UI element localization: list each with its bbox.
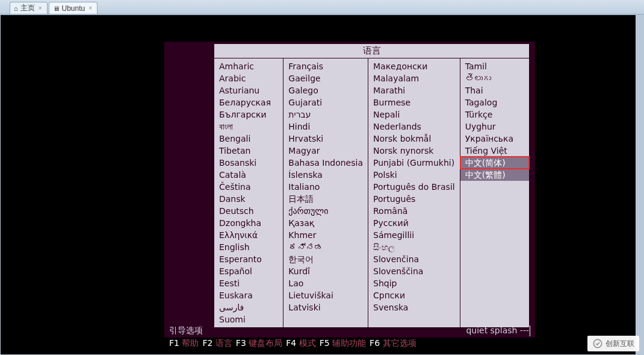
language-option[interactable]: Қазақ	[283, 217, 368, 229]
language-option[interactable]: 한국어	[283, 253, 368, 265]
boot-options-value[interactable]: quiet splash ---	[466, 325, 530, 336]
language-option[interactable]: Hindi	[283, 121, 368, 133]
language-option[interactable]: Bengali	[214, 133, 283, 145]
fkey-key: F3	[236, 338, 246, 348]
language-option[interactable]: Magyar	[283, 145, 368, 157]
language-option[interactable]: Amharic	[214, 60, 283, 72]
tab-label: Ubuntu	[62, 4, 85, 13]
language-option[interactable]: Eesti	[214, 277, 283, 289]
language-option[interactable]: Tamil	[460, 60, 529, 72]
language-option[interactable]: Malayalam	[368, 72, 460, 84]
language-option[interactable]: Uyghur	[460, 121, 529, 133]
language-option[interactable]: Slovenščina	[368, 265, 460, 277]
fkey-f2[interactable]: F2 语言	[202, 338, 232, 349]
language-option[interactable]: Lao	[283, 277, 368, 289]
close-icon[interactable]: ×	[37, 5, 43, 11]
language-option[interactable]: فارسی	[214, 301, 283, 313]
language-option[interactable]: ಕನ್ನಡ	[283, 241, 368, 253]
language-option[interactable]: עברית	[283, 108, 368, 121]
language-option[interactable]: Asturianu	[214, 84, 283, 96]
language-option[interactable]: 中文(简体)	[460, 157, 529, 169]
language-option[interactable]: Türkçe	[460, 108, 529, 121]
language-option[interactable]: Suomi	[214, 313, 283, 325]
fkey-label: 模式	[296, 338, 315, 348]
language-option[interactable]: Svenska	[368, 301, 460, 313]
language-option[interactable]: Tibetan	[214, 145, 283, 157]
language-option[interactable]: Português do Brasil	[368, 181, 460, 193]
language-option[interactable]: Bahasa Indonesia	[283, 157, 368, 169]
language-option[interactable]: Беларуская	[214, 96, 283, 108]
language-option[interactable]: Punjabi (Gurmukhi)	[368, 157, 460, 169]
language-option[interactable]: Hrvatski	[283, 133, 368, 145]
language-option[interactable]: Bosanski	[214, 157, 283, 169]
language-option[interactable]: Català	[214, 169, 283, 181]
language-column: МакедонскиMalayalamMarathiBurmeseNepaliN…	[368, 58, 460, 327]
language-option[interactable]: Burmese	[368, 96, 460, 108]
language-option[interactable]: 中文(繁體)	[460, 169, 529, 181]
language-option[interactable]: Русский	[368, 217, 460, 229]
language-option[interactable]: Khmer	[283, 229, 368, 241]
close-icon[interactable]: ×	[87, 5, 93, 11]
language-column: TamilతెలుగుThaiTagalogTürkçeUyghurУкраїн…	[460, 58, 529, 327]
language-option[interactable]: Norsk bokmål	[368, 133, 460, 145]
language-option[interactable]: Ελληνικά	[214, 229, 283, 241]
language-option[interactable]: Shqip	[368, 277, 460, 289]
language-option[interactable]: తెలుగు	[460, 72, 529, 84]
fkey-key: F6	[370, 338, 380, 348]
language-option[interactable]: Deutsch	[214, 205, 283, 217]
fkey-f4[interactable]: F4 模式	[286, 338, 315, 349]
language-option[interactable]: Marathi	[368, 84, 460, 96]
language-option[interactable]: Nederlands	[368, 121, 460, 133]
installer-screen: 语言 AmharicArabicAsturianuБеларускаяБълга…	[164, 42, 535, 350]
language-option[interactable]: Sámegillii	[368, 229, 460, 241]
language-option[interactable]: Dansk	[214, 193, 283, 205]
fkey-key: F1	[169, 338, 179, 348]
language-option[interactable]: Čeština	[214, 181, 283, 193]
language-option[interactable]: English	[214, 241, 283, 253]
language-option[interactable]: Euskara	[214, 289, 283, 301]
fkey-f5[interactable]: F5 辅助功能	[320, 338, 366, 349]
language-option[interactable]: ქართული	[283, 205, 368, 217]
language-option[interactable]: Latviski	[283, 301, 368, 313]
tab-label: 主页	[20, 3, 35, 13]
fkey-f1[interactable]: F1 帮助	[169, 338, 199, 349]
language-option[interactable]: বাংলা	[214, 121, 283, 133]
fkey-label: 帮助	[179, 338, 199, 348]
language-option[interactable]: Dzongkha	[214, 217, 283, 229]
home-icon: ⌂	[14, 5, 18, 12]
language-option[interactable]: Polski	[368, 169, 460, 181]
watermark-text: 创新互联	[605, 339, 634, 349]
language-dialog: 语言 AmharicArabicAsturianuБеларускаяБълга…	[214, 43, 530, 328]
language-option[interactable]: Български	[214, 108, 283, 121]
tab-home[interactable]: ⌂ 主页 ×	[10, 2, 48, 14]
language-option[interactable]: Tagalog	[460, 96, 529, 108]
fkey-label: 键盘布局	[246, 338, 282, 348]
language-option[interactable]: Tiếng Việt	[460, 145, 529, 157]
language-option[interactable]: Gaeilge	[283, 72, 368, 84]
language-option[interactable]: Nepali	[368, 108, 460, 121]
language-option[interactable]: Gujarati	[283, 96, 368, 108]
language-option[interactable]: Thai	[460, 84, 529, 96]
language-option[interactable]: Українська	[460, 133, 529, 145]
language-option[interactable]: Slovenčina	[368, 253, 460, 265]
tab-ubuntu[interactable]: 🖥 Ubuntu ×	[49, 2, 98, 14]
fkey-f3[interactable]: F3 键盘布局	[236, 338, 282, 349]
language-option[interactable]: Kurdî	[283, 265, 368, 277]
language-option[interactable]: Српски	[368, 289, 460, 301]
language-option[interactable]: Español	[214, 265, 283, 277]
language-option[interactable]: සිංහල	[368, 241, 460, 253]
language-option[interactable]: Română	[368, 205, 460, 217]
language-option[interactable]: Português	[368, 193, 460, 205]
language-option[interactable]: Lietuviškai	[283, 289, 368, 301]
language-option[interactable]: Esperanto	[214, 253, 283, 265]
language-option[interactable]: Íslenska	[283, 169, 368, 181]
language-option[interactable]: Français	[283, 60, 368, 72]
language-columns: AmharicArabicAsturianuБеларускаяБългарск…	[214, 58, 529, 327]
language-option[interactable]: Norsk nynorsk	[368, 145, 460, 157]
fkey-f6[interactable]: F6 其它选项	[370, 338, 416, 349]
language-option[interactable]: Italiano	[283, 181, 368, 193]
language-option[interactable]: Arabic	[214, 72, 283, 84]
language-option[interactable]: 日本語	[283, 193, 368, 205]
language-option[interactable]: Galego	[283, 84, 368, 96]
language-option[interactable]: Македонски	[368, 60, 460, 72]
